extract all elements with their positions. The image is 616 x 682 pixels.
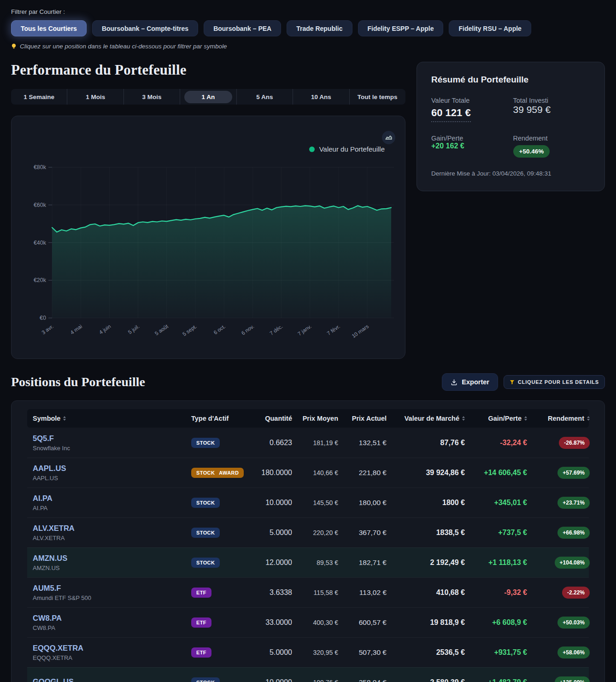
time-range-tab[interactable]: 3 Mois — [123, 89, 180, 105]
table-row[interactable]: 5Q5.F Snowflake Inc STOCK 0.6623 181,19 … — [27, 428, 589, 458]
position-symbol[interactable]: 5Q5.F — [33, 434, 186, 443]
avg-price-value: 400,30 € — [292, 619, 338, 626]
position-symbol[interactable]: ALV.XETRA — [33, 524, 186, 533]
asset-type-cell: ETF — [186, 588, 246, 598]
quantity-value: 5.0000 — [246, 529, 292, 537]
gain-loss-value: +345,01 € — [465, 499, 527, 507]
broker-filter-pill[interactable]: Tous les Courtiers — [11, 20, 87, 36]
return-cell: +58.06% — [527, 647, 590, 658]
download-icon — [451, 379, 458, 386]
quantity-value: 10.0000 — [246, 499, 292, 507]
position-symbol[interactable]: CW8.PA — [33, 614, 186, 623]
avg-price-value: 320,95 € — [292, 649, 338, 656]
time-range-tabs: 1 Semaine1 Mois3 Mois1 An5 Ans10 AnsTout… — [11, 89, 405, 105]
column-header-label: Symbole — [33, 415, 60, 422]
column-header[interactable]: Type d'Actif — [186, 415, 246, 422]
asset-type-badge: STOCK — [191, 558, 220, 568]
asset-type-cell: STOCK — [186, 528, 246, 538]
gain-loss-value: +1 482,79 € — [465, 678, 527, 682]
current-price-value: 258,04 € — [338, 678, 387, 682]
export-button[interactable]: Exporter — [442, 373, 498, 391]
table-row[interactable]: AUM5.F Amundi ETF S&P 500 ETF 3.6338 115… — [27, 577, 589, 607]
return-badge: -2.22% — [562, 587, 590, 599]
broker-filter-pill[interactable]: Fidelity ESPP – Apple — [358, 20, 444, 36]
sort-icon — [587, 416, 590, 421]
table-row[interactable]: AMZN.US AMZN.US STOCK 12.0000 89,53 € 18… — [27, 547, 589, 577]
svg-text:3 avr.: 3 avr. — [41, 323, 54, 335]
current-price-value: 600,57 € — [338, 618, 387, 627]
return-block: Rendement +50.46% — [513, 135, 591, 158]
column-header[interactable]: Rendement — [527, 415, 590, 422]
position-name: CW8.PA — [33, 624, 186, 631]
position-symbol[interactable]: AAPL.US — [33, 464, 186, 473]
time-range-tab-label: 1 Semaine — [15, 91, 63, 103]
tip-text: Cliquez sur une position dans le tableau… — [20, 43, 227, 50]
table-row[interactable]: AAPL.US AAPL.US STOCKAWARD 180.0000 140,… — [27, 458, 589, 488]
time-range-tab[interactable]: Tout le temps — [349, 89, 405, 105]
current-price-value: 221,80 € — [338, 469, 387, 477]
column-header-label: Prix Actuel — [352, 415, 387, 422]
area-chart-icon — [385, 135, 392, 141]
svg-text:6 oct.: 6 oct. — [212, 323, 226, 335]
symbol-cell: 5Q5.F Snowflake Inc — [27, 434, 186, 452]
asset-type-badge: ETF — [191, 647, 211, 658]
current-price-value: 113,02 € — [338, 588, 387, 597]
broker-filter-label-text: Fidelity RSU – Apple — [458, 25, 521, 32]
column-header-label: Type d'Actif — [191, 415, 229, 422]
column-header[interactable]: Gain/Perte — [465, 415, 527, 422]
return-badge: +23.71% — [557, 497, 590, 509]
chart-type-toggle-button[interactable] — [382, 131, 395, 144]
svg-text:7 févr.: 7 févr. — [326, 323, 341, 336]
column-header[interactable]: Prix Actuel — [338, 415, 387, 422]
symbol-cell: AI.PA AI.PA — [27, 494, 186, 512]
gain-block: Gain/Perte +20 162 € — [431, 135, 509, 158]
time-range-tab[interactable]: 1 An — [180, 89, 236, 105]
column-header-label: Rendement — [548, 415, 584, 422]
time-range-tab[interactable]: 5 Ans — [236, 89, 293, 105]
asset-type-badge: ETF — [191, 617, 211, 628]
column-header[interactable]: Prix Moyen — [292, 415, 338, 422]
table-row[interactable]: AI.PA AI.PA STOCK 10.0000 145,50 € 180,0… — [27, 488, 589, 517]
svg-text:€0: €0 — [40, 315, 46, 321]
market-value: 1800 € — [387, 499, 465, 507]
broker-filter-pill[interactable]: Fidelity RSU – Apple — [449, 20, 531, 36]
quantity-value: 10.0000 — [246, 678, 292, 682]
time-range-tab[interactable]: 1 Semaine — [11, 89, 67, 105]
gain-loss-value: +1 118,13 € — [465, 559, 527, 567]
avg-price-value: 115,58 € — [292, 589, 338, 596]
avg-price-value: 140,66 € — [292, 469, 338, 476]
current-price-value: 180,00 € — [338, 499, 387, 507]
asset-type-badge: ETF — [191, 588, 211, 598]
table-row[interactable]: ALV.XETRA ALV.XETRA STOCK 5.0000 220,20 … — [27, 517, 589, 547]
quantity-value: 33.0000 — [246, 618, 292, 627]
column-header[interactable]: Symbole — [27, 415, 186, 422]
asset-type-cell: STOCKAWARD — [186, 468, 246, 478]
column-header[interactable]: Quantité — [246, 415, 292, 422]
broker-filter-pill[interactable]: Boursobank – Compte-titres — [92, 20, 198, 36]
svg-text:5 sept.: 5 sept. — [182, 323, 198, 337]
position-symbol[interactable]: EQQQ.XETRA — [33, 644, 186, 653]
gain-loss-value: +6 608,9 € — [465, 618, 527, 627]
return-cell: +23.71% — [527, 497, 590, 509]
time-range-tab[interactable]: 10 Ans — [293, 89, 349, 105]
last-update-text: Dernière Mise à Jour: 03/04/2026, 09:48:… — [431, 170, 590, 177]
column-header[interactable]: Valeur de Marché — [387, 415, 465, 422]
return-cell: -2.22% — [527, 587, 590, 599]
table-row[interactable]: EQQQ.XETRA EQQQ.XETRA ETF 5.0000 320,95 … — [27, 637, 589, 667]
position-symbol[interactable]: GOOGL.US — [33, 677, 186, 682]
broker-filter-pill[interactable]: Trade Republic — [287, 20, 352, 36]
market-value: 39 924,86 € — [387, 469, 465, 477]
time-range-tab[interactable]: 1 Mois — [67, 89, 123, 105]
total-value[interactable]: 60 121 € — [431, 107, 471, 122]
broker-filter-pill[interactable]: Boursobank – PEA — [204, 20, 281, 36]
position-symbol[interactable]: AUM5.F — [33, 584, 186, 593]
table-row[interactable]: CW8.PA CW8.PA ETF 33.0000 400,30 € 600,5… — [27, 607, 589, 637]
position-symbol[interactable]: AMZN.US — [33, 554, 186, 563]
funnel-icon — [510, 380, 515, 385]
lightbulb-icon — [11, 43, 17, 50]
gain-loss-value: +931,75 € — [465, 648, 527, 657]
return-cell: +135.09% — [527, 676, 590, 682]
table-row[interactable]: GOOGL.US STOCK 10.0000 109,76 € 258,04 €… — [27, 667, 589, 682]
avg-price-value: 220,20 € — [292, 529, 338, 536]
position-symbol[interactable]: AI.PA — [33, 494, 186, 503]
